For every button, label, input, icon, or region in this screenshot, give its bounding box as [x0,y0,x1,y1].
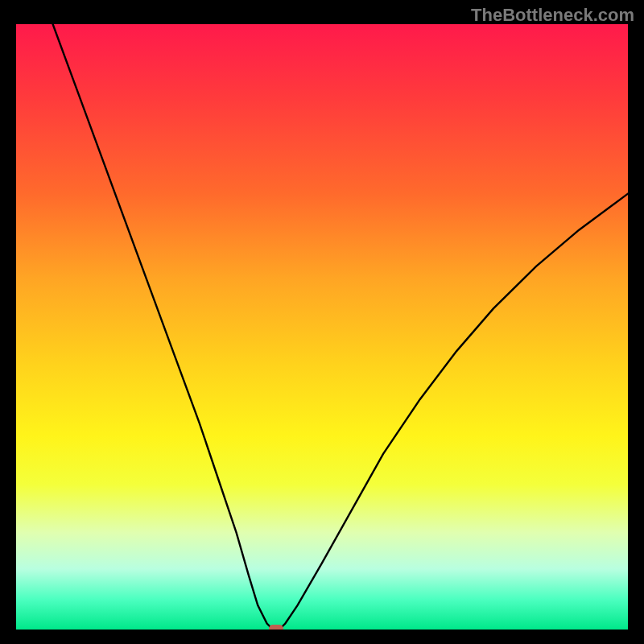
optimum-marker [269,625,283,630]
watermark-text: TheBottleneck.com [471,5,634,26]
plot-area [16,24,628,630]
bottleneck-curve [53,24,628,630]
curve-layer [16,24,628,630]
